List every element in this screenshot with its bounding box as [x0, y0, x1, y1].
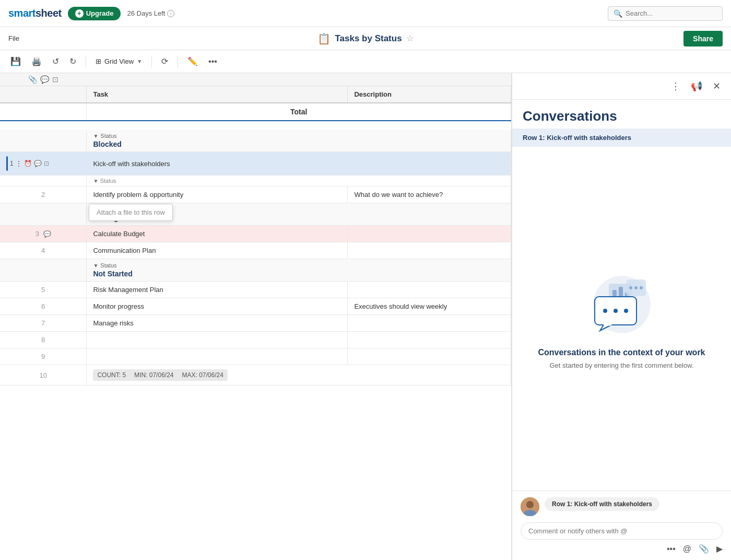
row-task-6[interactable]: Monitor progress — [87, 298, 348, 315]
megaphone-button[interactable]: 📢 — [689, 78, 704, 94]
row-desc-3[interactable] — [348, 226, 511, 242]
share-button[interactable]: Share — [683, 31, 723, 46]
divider-1 — [86, 55, 86, 68]
row-num-3: 3 💬 — [0, 226, 87, 242]
reminder-icon[interactable]: ⏰ — [24, 160, 32, 167]
section-label-notstarted: ▼ Status — [93, 262, 504, 269]
row-num-6: 6 — [0, 298, 87, 315]
section-name-blocked: Blocked — [93, 140, 504, 148]
row-task-4[interactable]: Communication Plan — [87, 242, 348, 259]
upgrade-button[interactable]: Upgrade — [68, 7, 121, 20]
attachment-button[interactable]: 📎 — [699, 544, 709, 554]
search-bar: 🔍 — [608, 6, 723, 21]
grid-area: 📎 💬 ⊡ Task Description Total — [0, 73, 512, 560]
section-notstarted: ▼ Status Not Started — [87, 259, 511, 282]
row-num-8: 8 — [0, 332, 87, 348]
min-label: MIN: 07/06/24 — [134, 371, 173, 379]
row-number: 1 — [10, 160, 14, 167]
row-desc-2[interactable]: What do we want to achieve? — [348, 186, 511, 203]
paperclip-header-icon: 📎 — [28, 75, 37, 84]
row-task-2[interactable]: Identify problem & opportunity — [87, 186, 348, 203]
conversations-row-label: Row 1: Kick-off with stakeholders — [512, 129, 731, 147]
section-row-inprogress: ▼ Status In Progress — [0, 203, 511, 226]
chevron-blocked[interactable]: ▼ — [93, 133, 98, 139]
row-desc-9[interactable] — [348, 348, 511, 365]
view-label: Grid View — [104, 57, 134, 65]
toolbar: 💾 🖨️ ↺ ↻ ⊞ Grid View ▼ ⟳ ✏️ ••• — [0, 50, 731, 73]
row-num-7: 7 — [0, 315, 87, 332]
main-layout: 📎 💬 ⊡ Task Description Total — [0, 73, 731, 560]
conversations-empty-desc: Get started by entering the first commen… — [549, 361, 693, 369]
row-task-3[interactable]: Calculate Budget — [87, 226, 348, 242]
total-label: Total — [87, 103, 511, 121]
comment-row-3-icon[interactable]: 💬 — [43, 230, 51, 238]
row-desc-7[interactable] — [348, 315, 511, 332]
redo-button[interactable]: ↻ — [65, 54, 80, 69]
file-menu[interactable]: File — [8, 34, 19, 42]
conversations-illustration — [580, 268, 664, 337]
row-task-5[interactable]: Risk Management Plan — [87, 282, 348, 298]
sheet-title: 📋 Tasks by Status ☆ — [317, 32, 413, 45]
conversations-empty-title: Conversations in the context of your wor… — [538, 348, 705, 357]
table-row: 3 💬 Calculate Budget — [0, 226, 511, 242]
comment-header-icon: 💬 — [40, 75, 49, 84]
search-icon: 🔍 — [614, 9, 622, 18]
more-options-button[interactable]: ••• — [204, 54, 221, 69]
table-header-row: Task Description — [0, 86, 511, 103]
pencil-button[interactable]: ✏️ — [183, 54, 202, 69]
row-task-7[interactable]: Manage risks — [87, 315, 348, 332]
row-task-1[interactable]: Kick-off with stakeholders — [87, 152, 348, 176]
star-icon[interactable]: ☆ — [406, 33, 414, 43]
row-num-2: 2 — [0, 186, 87, 203]
section-num-3 — [0, 259, 87, 282]
row-number: 3 — [36, 230, 39, 238]
logo-text: smartsheet — [8, 7, 62, 19]
table-row: 5 Risk Management Plan — [0, 282, 511, 298]
row-more-icon[interactable]: ⋮ — [16, 160, 22, 167]
section-num-2 — [0, 203, 87, 226]
row-task-9[interactable] — [87, 348, 348, 365]
save-button[interactable]: 💾 — [6, 54, 25, 69]
send-button[interactable]: ▶ — [716, 544, 723, 554]
top-nav: smartsheet Upgrade 26 Days Left i 🔍 — [0, 0, 731, 27]
comment-input[interactable] — [521, 522, 723, 540]
chevron-notstarted[interactable]: ▼ — [93, 263, 98, 269]
chevron-down-icon: ▼ — [137, 59, 142, 64]
sheet-icon: 📋 — [317, 32, 331, 45]
comment-input-row — [521, 522, 723, 540]
row-desc-5[interactable] — [348, 282, 511, 298]
row-menu-icon[interactable]: ⊡ — [44, 160, 49, 167]
close-conv-button[interactable]: ✕ — [711, 78, 723, 94]
col-header-task: Task — [87, 86, 348, 103]
info-icon[interactable]: i — [167, 10, 174, 17]
table-row: 8 — [0, 332, 511, 348]
conversations-title: Conversations — [512, 100, 731, 129]
print-button[interactable]: 🖨️ — [27, 54, 46, 69]
search-input[interactable] — [626, 9, 709, 17]
table-row: 1 ⋮ ⏰ 💬 ⊡ Kick-off with stakeholders — [0, 152, 511, 176]
mention-button[interactable]: @ — [683, 544, 691, 554]
divider-2 — [151, 55, 152, 68]
undo-button[interactable]: ↺ — [48, 54, 63, 69]
comment-row-icon[interactable]: 💬 — [34, 160, 42, 167]
svg-point-6 — [629, 286, 632, 289]
comment-bottom-icons: ••• @ 📎 ▶ — [521, 540, 723, 554]
svg-point-10 — [603, 309, 607, 313]
sub-row-content: ▼ Status Attach a file to this row — [87, 176, 511, 186]
grid-view-button[interactable]: ⊞ Grid View ▼ — [91, 55, 146, 68]
table-row: 4 Communication Plan — [0, 242, 511, 259]
row-desc-4[interactable] — [348, 242, 511, 259]
svg-point-8 — [640, 286, 643, 289]
row-task-8[interactable] — [87, 332, 348, 348]
refresh-button[interactable]: ⟳ — [157, 54, 172, 69]
grid-table: Task Description Total ▼ Sta — [0, 86, 511, 386]
row-desc-6[interactable]: Executives should view weekly — [348, 298, 511, 315]
row-desc-8[interactable] — [348, 332, 511, 348]
row-desc-1[interactable] — [348, 152, 511, 176]
section-label-blocked: ▼ Status — [93, 133, 504, 139]
more-options-conv-button[interactable]: ⋮ — [669, 78, 682, 94]
row-num-10: 10 — [0, 365, 87, 386]
comment-more-button[interactable]: ••• — [667, 544, 676, 554]
days-left-text: 26 Days Left — [127, 9, 165, 17]
spacer-row-1 — [0, 121, 511, 130]
